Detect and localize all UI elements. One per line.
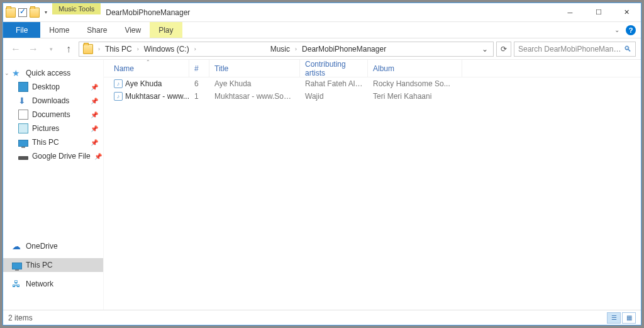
crumb-music[interactable]: Music bbox=[268, 42, 292, 56]
document-icon bbox=[18, 110, 28, 120]
ribbon-tabs: File Home Share View Play ⌄ ? bbox=[3, 22, 641, 38]
search-icon: 🔍︎ bbox=[624, 45, 631, 54]
search-input[interactable]: Search DearMobiPhoneMana... 🔍︎ bbox=[514, 42, 636, 57]
pin-icon: 📌 bbox=[91, 139, 98, 146]
close-button[interactable]: ✕ bbox=[613, 3, 641, 21]
address-bar[interactable]: › This PC › Windows (C:) › Music › DearM… bbox=[79, 42, 494, 57]
pin-icon: 📌 bbox=[91, 111, 98, 118]
nav-this-pc[interactable]: This PC bbox=[3, 258, 103, 272]
chevron-right-icon[interactable]: › bbox=[192, 46, 199, 52]
folder-icon bbox=[83, 44, 93, 54]
column-headers: ⌃Name # Title Contributing artists Album bbox=[104, 60, 641, 77]
nav-gdrive[interactable]: Google Drive File📌 bbox=[3, 149, 103, 163]
tab-view[interactable]: View bbox=[116, 22, 150, 38]
pin-icon: 📌 bbox=[91, 98, 98, 105]
quick-access-toolbar: ▾ bbox=[3, 3, 52, 21]
chevron-right-icon[interactable]: › bbox=[292, 46, 299, 52]
pin-icon: 📌 bbox=[91, 84, 98, 91]
nav-documents[interactable]: Documents📌 bbox=[3, 108, 103, 122]
file-row[interactable]: ♪Aye Khuda 6 Aye Khuda Rahat Fateh Ali K… bbox=[104, 77, 641, 90]
music-file-icon: ♪ bbox=[114, 92, 123, 101]
nav-onedrive[interactable]: ☁OneDrive bbox=[3, 239, 103, 253]
tab-home[interactable]: Home bbox=[40, 22, 78, 38]
chevron-right-icon[interactable]: › bbox=[135, 46, 142, 52]
status-bar: 2 items ☰ ▦ bbox=[3, 310, 641, 325]
back-button[interactable]: ← bbox=[8, 42, 23, 57]
drive-icon bbox=[18, 156, 28, 160]
properties-icon[interactable] bbox=[18, 8, 27, 17]
maximize-button[interactable]: ☐ bbox=[584, 3, 613, 21]
nav-quick-access[interactable]: ⌄★Quick access bbox=[3, 66, 103, 80]
window-controls: ─ ☐ ✕ bbox=[556, 3, 641, 21]
chevron-right-icon[interactable]: › bbox=[96, 46, 103, 52]
context-tab-label: Music Tools bbox=[52, 3, 101, 14]
body: ⌄★Quick access Desktop📌 ⬇Downloads📌 Docu… bbox=[3, 60, 641, 310]
col-track-num[interactable]: # bbox=[189, 60, 209, 77]
pin-icon: 📌 bbox=[94, 153, 102, 160]
star-icon: ★ bbox=[12, 68, 22, 78]
app-icon bbox=[6, 8, 16, 18]
col-title[interactable]: Title bbox=[209, 60, 300, 77]
tab-play[interactable]: Play bbox=[150, 22, 182, 38]
navigation-pane: ⌄★Quick access Desktop📌 ⬇Downloads📌 Docu… bbox=[3, 60, 104, 310]
tab-share[interactable]: Share bbox=[78, 22, 116, 38]
details-view-button[interactable]: ☰ bbox=[607, 312, 621, 324]
explorer-window: ▾ Music Tools DearMobiPhoneManager ─ ☐ ✕… bbox=[3, 3, 641, 325]
pin-icon: 📌 bbox=[91, 125, 98, 132]
download-icon: ⬇ bbox=[18, 96, 28, 106]
forward-button[interactable]: → bbox=[26, 42, 41, 57]
recent-dropdown[interactable]: ▾ bbox=[43, 42, 58, 57]
new-folder-icon[interactable] bbox=[30, 8, 40, 18]
refresh-button[interactable]: ⟳ bbox=[496, 42, 511, 57]
title-bar: ▾ Music Tools DearMobiPhoneManager ─ ☐ ✕ bbox=[3, 3, 641, 22]
nav-this-pc-q[interactable]: This PC📌 bbox=[3, 135, 103, 149]
sort-asc-icon: ⌃ bbox=[146, 60, 150, 65]
navigation-bar: ← → ▾ ↑ › This PC › Windows (C:) › Music… bbox=[3, 38, 641, 60]
nav-pictures[interactable]: Pictures📌 bbox=[3, 122, 103, 135]
pictures-icon bbox=[18, 123, 28, 133]
pc-icon bbox=[12, 263, 22, 269]
crumb-this-pc[interactable]: This PC bbox=[103, 42, 135, 56]
cloud-icon: ☁ bbox=[12, 241, 22, 251]
col-artists[interactable]: Contributing artists bbox=[300, 60, 368, 77]
crumb-drive[interactable]: Windows (C:) bbox=[142, 42, 192, 56]
up-button[interactable]: ↑ bbox=[61, 42, 76, 57]
tab-file[interactable]: File bbox=[3, 22, 40, 38]
nav-network[interactable]: 🖧Network bbox=[3, 277, 103, 291]
col-album[interactable]: Album bbox=[368, 60, 462, 77]
music-file-icon: ♪ bbox=[114, 79, 123, 88]
file-list[interactable]: ♪Aye Khuda 6 Aye Khuda Rahat Fateh Ali K… bbox=[104, 77, 641, 310]
file-row[interactable]: ♪Mukhtasar - www.... 1 Mukhtasar - www.S… bbox=[104, 90, 641, 103]
nav-desktop[interactable]: Desktop📌 bbox=[3, 80, 103, 94]
desktop-icon bbox=[18, 82, 28, 92]
nav-downloads[interactable]: ⬇Downloads📌 bbox=[3, 94, 103, 108]
ribbon-expand-icon[interactable]: ⌄ bbox=[614, 26, 619, 33]
icons-view-button[interactable]: ▦ bbox=[622, 312, 636, 324]
col-name[interactable]: ⌃Name bbox=[108, 60, 189, 77]
window-title: DearMobiPhoneManager bbox=[101, 3, 556, 21]
view-mode-buttons: ☰ ▦ bbox=[607, 312, 636, 324]
item-count: 2 items bbox=[8, 314, 33, 322]
crumb-hidden[interactable] bbox=[199, 42, 268, 56]
minimize-button[interactable]: ─ bbox=[556, 3, 584, 21]
crumb-current[interactable]: DearMobiPhoneManager bbox=[299, 42, 389, 56]
content-area: ⌃Name # Title Contributing artists Album… bbox=[104, 60, 641, 310]
pc-icon bbox=[18, 140, 28, 147]
search-placeholder: Search DearMobiPhoneMana... bbox=[518, 45, 624, 54]
network-icon: 🖧 bbox=[12, 279, 22, 289]
help-icon[interactable]: ? bbox=[626, 25, 636, 35]
qat-dropdown[interactable]: ▾ bbox=[42, 9, 50, 15]
address-dropdown[interactable]: ⌄ bbox=[478, 45, 492, 54]
